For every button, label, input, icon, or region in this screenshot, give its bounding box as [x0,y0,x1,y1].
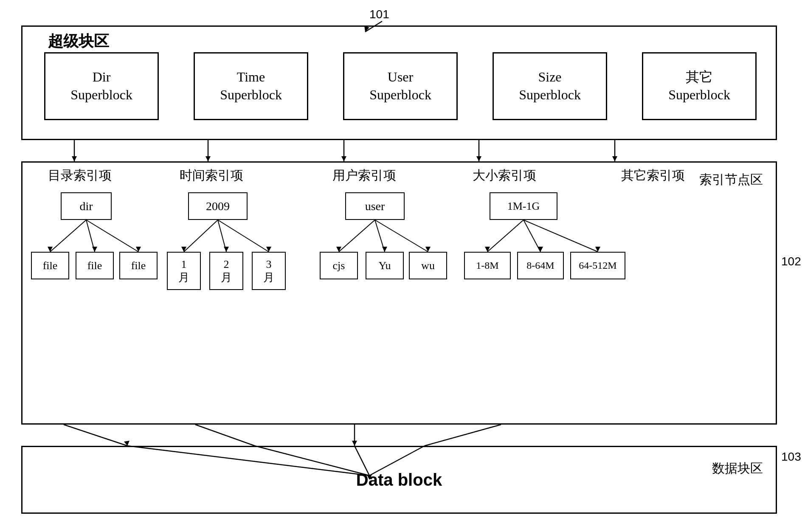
time-child-3: 3月 [252,252,286,290]
size-child-2: 8-64M [517,252,564,279]
superblock-boxes: DirSuperblock TimeSuperblock UserSuperbl… [39,52,761,120]
sb-box-dir: DirSuperblock [44,52,159,120]
svg-marker-10 [224,247,229,252]
ref-103: 103 [781,450,801,464]
user-child-3: wu [409,252,447,279]
svg-marker-16 [382,247,387,252]
other-index-label: 其它索引项 [621,167,685,184]
svg-marker-11 [266,247,271,252]
svg-line-13 [375,220,385,252]
superblock-title: 超级块区 [48,31,109,52]
svg-marker-29 [205,156,211,161]
ref-102: 102 [781,255,801,268]
svg-marker-27 [72,156,77,161]
superblock-area: 超级块区 DirSuperblock TimeSuperblock UserSu… [21,25,777,140]
svg-line-7 [218,220,226,252]
dir-root-node: dir [61,192,112,220]
svg-marker-22 [538,247,543,252]
size-child-3: 64-512M [570,252,625,279]
svg-marker-5 [136,247,141,252]
svg-line-18 [487,220,524,252]
svg-marker-35 [612,156,617,161]
sb-box-size: SizeSuperblock [493,52,607,120]
dir-child-1: file [31,252,69,279]
svg-marker-17 [425,247,431,252]
sb-box-user: UserSuperblock [343,52,458,120]
inode-zone-label: 索引节点区 [699,171,763,189]
datablock-label-cn: 数据块区 [712,460,763,477]
svg-marker-9 [181,247,186,252]
svg-marker-3 [48,247,53,252]
svg-marker-15 [336,247,341,252]
svg-line-19 [524,220,540,252]
time-index-label: 时间索引项 [180,167,243,184]
time-root-node: 2009 [188,192,248,220]
diagram-container: 101 超级块区 DirSuperblock TimeSuperblock Us… [0,0,805,532]
svg-marker-4 [92,247,97,252]
svg-marker-40 [352,441,357,446]
svg-line-8 [218,220,269,252]
svg-line-36 [64,425,127,446]
svg-marker-33 [476,156,481,161]
ref-101: 101 [369,8,389,21]
svg-line-0 [50,220,86,252]
size-root-node: 1M-1G [490,192,557,220]
svg-marker-23 [595,247,600,252]
dir-child-2: file [76,252,114,279]
dir-index-label: 目录索引项 [48,167,112,184]
svg-line-2 [86,220,138,252]
user-child-2: Yu [366,252,404,279]
size-index-label: 大小索引项 [473,167,536,184]
svg-marker-31 [341,156,346,161]
svg-line-20 [524,220,598,252]
time-child-2: 2月 [209,252,243,290]
svg-line-6 [184,220,218,252]
svg-line-12 [339,220,375,252]
user-child-1: cjs [320,252,358,279]
datablock-area: Data block 数据块区 [21,446,777,514]
svg-line-38 [195,425,255,446]
dir-child-3: file [119,252,158,279]
svg-line-41 [425,425,501,446]
datablock-title: Data block [356,470,442,490]
time-child-1: 1月 [167,252,201,290]
svg-line-1 [86,220,95,252]
inode-area: 索引节点区 目录索引项 时间索引项 用户索引项 大小索引项 其它索引项 dir … [21,161,777,425]
user-root-node: user [345,192,405,220]
svg-marker-21 [485,247,490,252]
user-index-label: 用户索引项 [332,167,396,184]
svg-line-14 [375,220,428,252]
size-child-1: 1-8M [464,252,511,279]
sb-box-other: 其它Superblock [642,52,757,120]
sb-box-time: TimeSuperblock [194,52,308,120]
svg-marker-37 [124,441,129,446]
